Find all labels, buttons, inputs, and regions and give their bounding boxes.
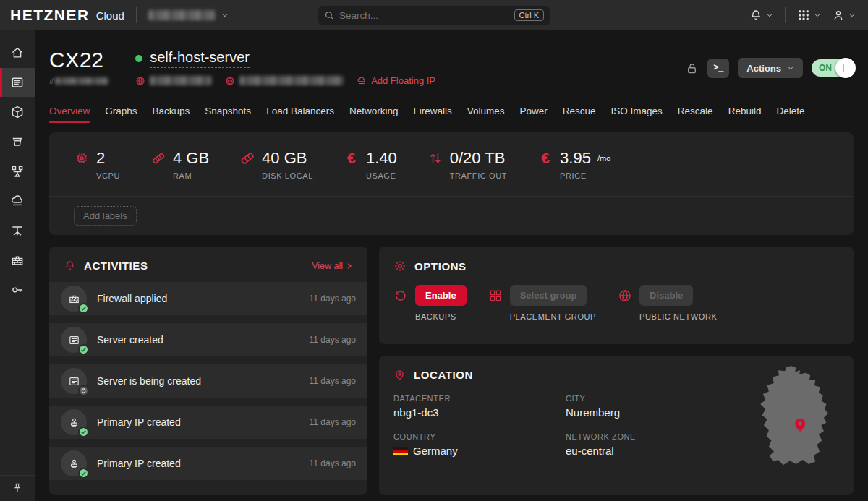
stat-value: 0/20 TB [450, 149, 506, 168]
header-divider [122, 51, 122, 88]
stat-label: DISK LOCAL [262, 171, 313, 180]
sidebar-item-images-cube[interactable] [0, 98, 35, 127]
option-label: PUBLIC NETWORK [639, 312, 717, 321]
tab-networking[interactable]: Networking [349, 106, 399, 123]
activity-text: Primary IP created [97, 458, 181, 469]
sidebar-item-home[interactable] [0, 38, 35, 67]
field-value: nbg1-dc3 [393, 406, 566, 419]
ram-icon [150, 150, 166, 166]
field-value-text: nbg1-dc3 [393, 406, 439, 419]
sidebar [0, 30, 35, 501]
activity-row: Primary IP created11 days ago [49, 447, 367, 480]
add-labels-button[interactable]: Add labels [74, 206, 137, 226]
tab-overview[interactable]: Overview [49, 106, 90, 123]
activity-text: Firewall applied [97, 293, 167, 304]
sidebar-pin-toggle[interactable] [0, 475, 35, 501]
activity-row: Server created11 days ago [49, 323, 367, 356]
search-shortcut-badge: Ctrl K [514, 9, 545, 21]
bell-icon [64, 260, 76, 272]
power-toggle[interactable]: ON [812, 59, 854, 77]
product-name: Cloud [96, 9, 124, 22]
tab-graphs[interactable]: Graphs [105, 106, 137, 123]
server-name-editable[interactable]: self-host-server [150, 49, 250, 68]
location-title: LOCATION [414, 369, 473, 381]
option-public-network: DisablePUBLIC NETWORK [618, 285, 717, 321]
disk-icon [239, 150, 255, 166]
project-selector[interactable] [148, 10, 229, 20]
server-header: CX22 # self-host-server [49, 49, 854, 88]
activity-time: 11 days ago [310, 417, 357, 427]
tab-backups[interactable]: Backups [153, 106, 190, 123]
location-panel: LOCATION DATACENTERnbg1-dc3CITYNuremberg… [379, 356, 854, 495]
tab-rescue[interactable]: Rescue [563, 106, 596, 123]
ipv6-address [225, 76, 344, 86]
servers-icon [68, 334, 80, 346]
enable-button[interactable]: Enable [415, 285, 467, 306]
stat-value: 40 GB [262, 149, 307, 168]
images-cube-icon [10, 105, 25, 119]
pushpin-icon [12, 482, 23, 494]
option-placement-group: Select groupPLACEMENT GROUP [488, 285, 596, 321]
success-check-badge [78, 303, 89, 314]
field-value-text: eu-central [566, 445, 614, 457]
actions-button[interactable]: Actions [738, 58, 803, 78]
bell-icon [749, 9, 762, 22]
user-icon [832, 9, 845, 22]
activities-panel: ACTIVITIES View all Firewall applied11 d… [49, 247, 367, 495]
field-value: Nuremberg [566, 406, 733, 419]
tab-firewalls[interactable]: Firewalls [413, 106, 451, 123]
activity-time: 11 days ago [310, 335, 357, 345]
ip-row: Add Floating IP [135, 75, 435, 86]
floating-ip-icon [10, 194, 25, 208]
chevron-down-icon [766, 12, 773, 19]
tab-rescale[interactable]: Rescale [678, 106, 713, 123]
success-check-badge [78, 427, 89, 437]
stat-label: RAM [173, 171, 209, 180]
tab-snapshots[interactable]: Snapshots [205, 106, 251, 123]
sidebar-item-network[interactable] [0, 216, 35, 245]
map-pin-icon [393, 369, 406, 381]
sidebar-item-key[interactable] [0, 275, 35, 304]
options-panel: OPTIONS EnableBACKUPSSelect groupPLACEME… [379, 247, 854, 344]
notifications-menu[interactable] [747, 7, 775, 24]
view-all-link[interactable]: View all [312, 261, 353, 271]
sidebar-item-floating-ip[interactable] [0, 187, 35, 215]
tab-delete[interactable]: Delete [776, 106, 804, 123]
tab-volumes[interactable]: Volumes [467, 106, 505, 123]
sidebar-item-storage-bucket[interactable] [0, 127, 35, 156]
main-content: CX22 # self-host-server [35, 30, 868, 501]
activity-text: Primary IP created [97, 416, 181, 428]
add-floating-ip-button[interactable]: Add Floating IP [357, 75, 435, 86]
tab-rebuild[interactable]: Rebuild [728, 106, 762, 123]
server-id-prefix: # [49, 77, 54, 85]
apps-menu[interactable] [795, 7, 823, 24]
sidebar-item-load-balancer[interactable] [0, 157, 35, 186]
search-input[interactable] [339, 10, 509, 21]
stat-value: 2 [96, 149, 105, 168]
console-button[interactable]: >_ [707, 59, 729, 78]
floating-ip-icon [357, 76, 367, 86]
account-menu[interactable] [830, 7, 858, 24]
location-field-city: CITYNuremberg [566, 394, 733, 419]
lock-open-icon[interactable] [685, 61, 699, 75]
sidebar-item-firewall[interactable] [0, 246, 35, 275]
globe-icon [225, 76, 235, 86]
tab-power[interactable]: Power [520, 106, 548, 123]
activity-time: 11 days ago [310, 458, 357, 468]
firewall-icon [68, 293, 80, 305]
search-icon [324, 10, 334, 20]
tab-load-balancers[interactable]: Load Balancers [266, 106, 334, 123]
sidebar-item-servers[interactable] [0, 68, 35, 97]
disable-button[interactable]: Disable [639, 285, 693, 306]
chevron-down-icon [787, 64, 794, 72]
traffic-icon [427, 150, 443, 166]
redacted-project-name [148, 10, 215, 20]
stat-value: 3.95 [560, 149, 591, 168]
stat-usage: €1.40USAGE [344, 149, 397, 180]
stat-label: USAGE [366, 171, 397, 180]
tab-iso-images[interactable]: ISO Images [611, 106, 663, 123]
select-group-button[interactable]: Select group [510, 285, 587, 306]
topbar-divider [785, 7, 786, 23]
chevron-right-icon [346, 262, 353, 270]
search-bar[interactable]: Ctrl K [318, 6, 550, 25]
